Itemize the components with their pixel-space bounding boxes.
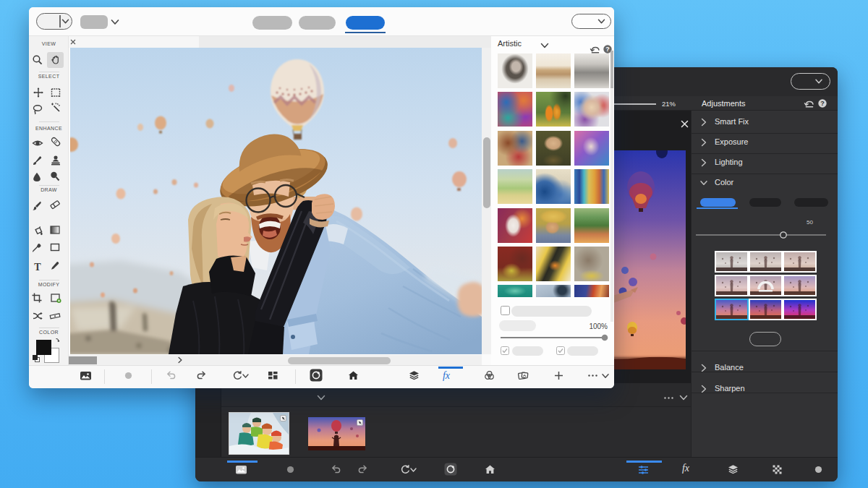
svg-text:?: ? bbox=[820, 100, 825, 107]
svg-text:?: ? bbox=[605, 46, 610, 53]
svg-text:T: T bbox=[34, 262, 41, 273]
svg-text:fx: fx bbox=[682, 463, 690, 474]
svg-text:fx: fx bbox=[443, 370, 451, 381]
